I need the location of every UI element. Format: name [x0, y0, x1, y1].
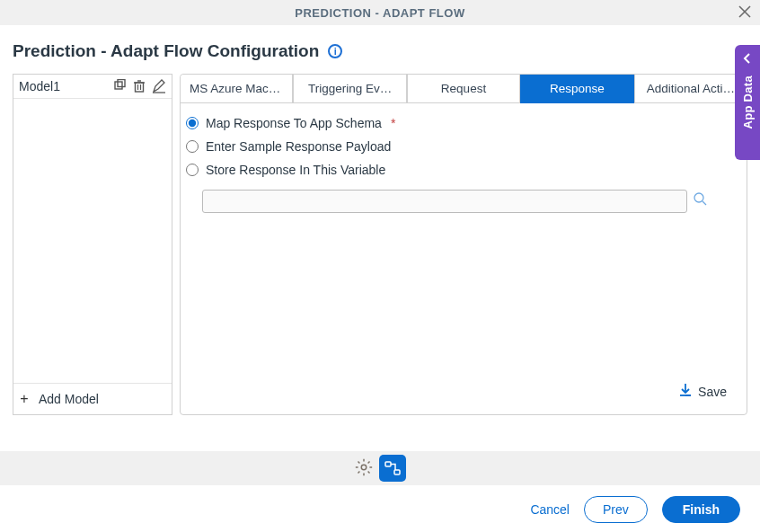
modal-header: PREDICTION - ADAPT FLOW [0, 0, 760, 25]
svg-rect-2 [115, 82, 122, 89]
save-label: Save [698, 385, 727, 399]
tab-bar: MS Azure Machine Lear… Triggering Ev… Re… [181, 75, 747, 103]
add-model-button[interactable]: + Add Model [13, 383, 172, 414]
svg-rect-3 [118, 80, 125, 87]
variable-input[interactable] [202, 190, 687, 213]
sidebar-item-label: Model1 [19, 79, 60, 93]
flow-view-toggle[interactable] [379, 455, 406, 482]
close-icon[interactable] [738, 5, 751, 21]
radio-store-variable-input[interactable] [186, 164, 199, 176]
main-panel: MS Azure Machine Lear… Triggering Ev… Re… [180, 74, 747, 415]
app-data-drawer-label: App Data [741, 75, 755, 129]
tab-azure[interactable]: MS Azure Machine Lear… [181, 75, 293, 103]
tab-additional[interactable]: Additional Acti… [634, 75, 747, 103]
radio-sample-payload[interactable]: Enter Sample Response Payload [186, 139, 741, 154]
radio-map-response[interactable]: Map Response To App Schema * [186, 116, 741, 130]
radio-store-variable-label: Store Response In This Variable [206, 163, 385, 177]
edit-icon[interactable] [152, 79, 166, 93]
tab-triggering[interactable]: Triggering Ev… [293, 75, 406, 103]
trash-icon[interactable] [132, 79, 146, 93]
model-sidebar: Model1 + Add Model [13, 74, 172, 415]
lookup-icon[interactable] [693, 191, 708, 211]
save-button[interactable]: Save [186, 377, 741, 409]
svg-line-11 [703, 201, 706, 205]
footer: Cancel Prev Finish [0, 485, 760, 532]
info-icon[interactable]: i [328, 44, 342, 58]
radio-map-response-label: Map Response To App Schema [206, 116, 382, 130]
bottom-toolbar [0, 451, 760, 485]
svg-rect-15 [385, 462, 391, 466]
finish-button[interactable]: Finish [662, 496, 740, 523]
radio-sample-payload-label: Enter Sample Response Payload [206, 139, 391, 154]
page-title-row: Prediction - Adapt Flow Configuration i [0, 25, 760, 74]
svg-rect-16 [394, 470, 400, 474]
radio-store-variable[interactable]: Store Response In This Variable [186, 163, 741, 177]
svg-point-14 [361, 465, 367, 470]
copy-icon[interactable] [112, 79, 127, 93]
variable-input-row [202, 190, 741, 213]
required-asterisk: * [391, 116, 395, 130]
download-icon [678, 383, 693, 400]
prev-button[interactable]: Prev [584, 496, 648, 523]
radio-map-response-input[interactable] [186, 117, 199, 129]
radio-sample-payload-input[interactable] [186, 140, 199, 153]
plus-icon: + [17, 391, 31, 407]
chevron-left-icon [742, 52, 753, 66]
add-model-label: Add Model [39, 392, 99, 406]
svg-rect-4 [136, 83, 144, 92]
cancel-button[interactable]: Cancel [530, 502, 570, 517]
app-data-drawer[interactable]: App Data [735, 45, 760, 160]
tab-response[interactable]: Response [520, 75, 633, 103]
content-area: Model1 + Add Model MS Azure Machine Lear… [0, 74, 760, 415]
svg-point-10 [694, 193, 703, 202]
form-area: Map Response To App Schema * Enter Sampl… [181, 103, 747, 414]
sidebar-item-model1[interactable]: Model1 [13, 75, 172, 99]
modal-title: PREDICTION - ADAPT FLOW [295, 6, 464, 20]
page-title: Prediction - Adapt Flow Configuration [13, 41, 319, 61]
tab-request[interactable]: Request [407, 75, 520, 103]
gear-icon[interactable] [354, 457, 374, 480]
